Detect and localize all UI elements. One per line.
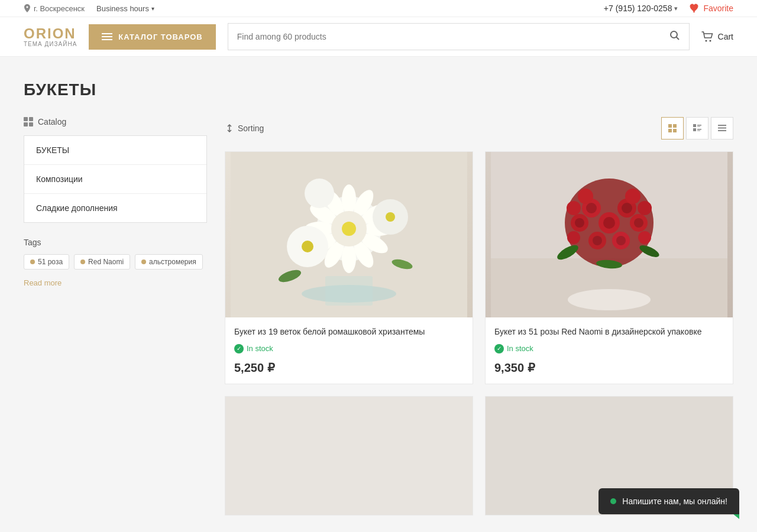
stock-label: In stock: [507, 344, 533, 353]
chrysanthemum-image: [225, 152, 473, 317]
phone-chevron-icon: ▾: [674, 5, 678, 12]
tag-label: Red Naomi: [88, 258, 124, 266]
location: г. Воскресенск: [24, 4, 85, 13]
svg-point-51: [622, 203, 632, 213]
svg-point-55: [634, 218, 643, 228]
product-image: [225, 397, 473, 515]
svg-point-38: [342, 222, 356, 236]
svg-point-64: [638, 201, 652, 215]
product-price: 5,250 ₽: [234, 361, 464, 375]
grid-icon: [24, 117, 33, 126]
view-list-button[interactable]: [711, 117, 733, 140]
svg-point-67: [567, 231, 580, 244]
product-image: [486, 152, 733, 317]
view-list-detail-button[interactable]: [686, 117, 709, 140]
tags-title: Tags: [24, 238, 207, 247]
svg-point-61: [593, 236, 602, 245]
stock-badge: In stock: [234, 344, 464, 353]
business-hours-label: Business hours: [96, 4, 149, 13]
catalog-button-label: КАТАЛОГ ТОВАРОВ: [118, 33, 202, 41]
svg-point-2: [705, 40, 707, 42]
tag-dot: [30, 259, 35, 264]
business-hours-btn[interactable]: Business hours ▾: [96, 4, 154, 13]
tags-list: 51 роза Red Naomi альстромерия: [24, 254, 207, 270]
product-info: Букет из 19 веток белой ромашковой хриза…: [225, 317, 473, 384]
chevron-down-icon: ▾: [151, 5, 154, 12]
svg-point-28: [342, 244, 356, 273]
tag-label: альстромерия: [149, 258, 196, 266]
logo[interactable]: ORION ТЕМА ДИЗАЙНА: [24, 27, 77, 47]
favorite-btn[interactable]: Favorite: [690, 4, 733, 13]
top-bar-left: г. Воскресенск Business hours ▾: [24, 4, 154, 13]
tag-red-naomi[interactable]: Red Naomi: [74, 254, 130, 270]
svg-rect-16: [718, 125, 726, 126]
product-card[interactable]: Букет из 51 розы Red Naomi в дизайнерско…: [485, 151, 733, 384]
svg-rect-11: [697, 125, 701, 126]
svg-rect-12: [697, 126, 700, 127]
chat-message: Напишите нам, мы онлайн!: [622, 497, 727, 506]
svg-point-63: [578, 189, 593, 204]
product-name: Букет из 19 веток белой ромашковой хриза…: [234, 326, 464, 338]
catalog-item-sweets[interactable]: Сладкие дополнения: [24, 194, 206, 222]
top-bar: г. Воскресенск Business hours ▾ +7 (915)…: [0, 0, 757, 17]
sorting-button[interactable]: Sorting: [225, 124, 264, 133]
svg-point-66: [638, 231, 651, 244]
svg-point-22: [342, 184, 356, 214]
chat-bubble[interactable]: Напишите нам, мы онлайн!: [599, 488, 739, 514]
hamburger-icon: [102, 33, 112, 40]
online-indicator: [610, 498, 616, 504]
svg-point-59: [616, 236, 626, 245]
svg-point-40: [386, 212, 395, 222]
svg-rect-44: [325, 276, 373, 306]
svg-point-39: [302, 241, 313, 252]
list-view-icon: [718, 124, 726, 132]
svg-rect-14: [697, 129, 701, 130]
catalog-label: Catalog: [38, 117, 66, 126]
logo-name: ORION: [24, 27, 77, 41]
location-icon: [24, 4, 31, 12]
page-title: БУКЕТЫ: [24, 80, 733, 99]
list-detail-view-icon: [693, 124, 701, 132]
catalog-item-compositions[interactable]: Композиции: [24, 165, 206, 194]
catalog-list: БУКЕТЫ Композиции Сладкие дополнения: [24, 135, 207, 223]
sorting-label: Sorting: [238, 124, 264, 133]
tag-51-roses[interactable]: 51 роза: [24, 254, 69, 270]
svg-rect-13: [693, 128, 696, 131]
svg-point-37: [305, 179, 334, 208]
tag-alstroemeria[interactable]: альстромерия: [135, 254, 203, 270]
favorite-label: Favorite: [703, 4, 733, 13]
phone-btn[interactable]: +7 (915) 120-0258 ▾: [604, 4, 678, 13]
logo-subtitle: ТЕМА ДИЗАЙНА: [24, 41, 77, 47]
sidebar: Catalog БУКЕТЫ Композиции Сладкие дополн…: [24, 117, 207, 515]
svg-rect-15: [697, 131, 700, 131]
roses-image: [486, 152, 733, 317]
catalog-item-bouquets[interactable]: БУКЕТЫ: [24, 136, 206, 165]
cart-btn[interactable]: Cart: [701, 31, 733, 42]
search-button[interactable]: [669, 30, 680, 44]
products-grid: Букет из 19 веток белой ромашковой хриза…: [225, 151, 733, 515]
stock-badge: In stock: [494, 344, 724, 353]
svg-point-57: [575, 218, 584, 228]
heart-icon: [690, 4, 700, 13]
product-name: Букет из 51 розы Red Naomi в дизайнерско…: [494, 326, 724, 338]
search-input[interactable]: [237, 32, 669, 41]
top-bar-right: +7 (915) 120-0258 ▾ Favorite: [604, 4, 733, 13]
svg-rect-8: [668, 129, 672, 132]
product-card[interactable]: [225, 396, 473, 515]
svg-rect-9: [673, 129, 677, 132]
products-toolbar: Sorting: [225, 117, 733, 140]
catalog-button[interactable]: КАТАЛОГ ТОВАРОВ: [89, 24, 215, 50]
read-more-link[interactable]: Read more: [24, 278, 62, 287]
svg-rect-7: [673, 124, 677, 128]
svg-line-1: [676, 37, 679, 40]
tag-dot: [80, 259, 85, 264]
grid-view-icon: [668, 124, 677, 132]
content-layout: Catalog БУКЕТЫ Композиции Сладкие дополн…: [24, 117, 733, 515]
phone-number: +7 (915) 120-0258: [604, 4, 672, 13]
svg-point-53: [586, 203, 597, 213]
view-grid-button[interactable]: [661, 117, 684, 140]
svg-rect-6: [668, 124, 672, 128]
cart-label: Cart: [718, 32, 733, 41]
svg-rect-10: [693, 124, 696, 127]
product-card[interactable]: Букет из 19 веток белой ромашковой хриза…: [225, 151, 473, 384]
